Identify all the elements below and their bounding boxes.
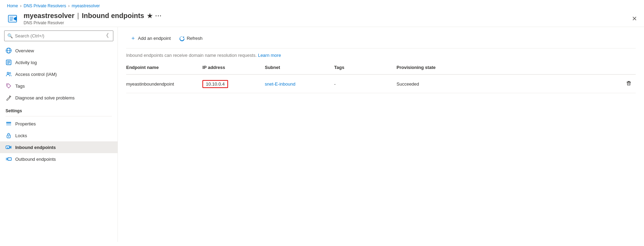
toolbar: ＋ Add an endpoint Refresh bbox=[126, 33, 636, 49]
wrench-icon bbox=[6, 95, 12, 101]
sidebar-item-activity-log-label: Activity log bbox=[15, 60, 37, 65]
search-icon: 🔍 bbox=[7, 33, 13, 38]
page-header-titles: myeastresolver | Inbound endpoints ★ ···… bbox=[24, 12, 637, 25]
info-text-content: Inbound endpoints can receive domain nam… bbox=[126, 53, 257, 58]
ip-address-value: 10.10.0.4 bbox=[202, 80, 228, 88]
sidebar-item-diagnose-label: Diagnose and solve problems bbox=[15, 95, 75, 100]
info-text: Inbound endpoints can receive domain nam… bbox=[126, 53, 636, 58]
collapse-sidebar-button[interactable]: 《 bbox=[102, 32, 110, 39]
main-layout: 🔍 《 Overview Activity log bbox=[0, 27, 644, 242]
sidebar-item-inbound-endpoints[interactable]: Inbound endpoints bbox=[0, 141, 118, 153]
svg-point-13 bbox=[7, 85, 8, 85]
sidebar-item-locks-label: Locks bbox=[15, 133, 27, 138]
cell-provisioning-state: Succeeded bbox=[397, 78, 636, 90]
delete-icon bbox=[626, 80, 632, 86]
sidebar: 🔍 《 Overview Activity log bbox=[0, 27, 118, 242]
sidebar-item-access-control[interactable]: Access control (IAM) bbox=[0, 68, 118, 80]
resolver-icon bbox=[7, 12, 19, 25]
sidebar-item-overview[interactable]: Overview bbox=[0, 45, 118, 56]
refresh-label: Refresh bbox=[187, 36, 203, 41]
tag-icon bbox=[6, 83, 12, 89]
activity-log-icon bbox=[6, 59, 12, 65]
page-header: myeastresolver | Inbound endpoints ★ ···… bbox=[0, 10, 644, 27]
sidebar-item-outbound-endpoints-label: Outbound endpoints bbox=[15, 157, 56, 162]
globe-icon bbox=[6, 47, 12, 54]
sidebar-item-access-control-label: Access control (IAM) bbox=[15, 72, 57, 77]
add-endpoint-label: Add an endpoint bbox=[138, 36, 171, 41]
search-box[interactable]: 🔍 《 bbox=[4, 30, 113, 41]
settings-divider bbox=[6, 116, 112, 116]
breadcrumb-dns[interactable]: DNS Private Resolvers bbox=[24, 3, 66, 8]
breadcrumb-resolver[interactable]: myeastresolver bbox=[72, 3, 100, 8]
more-options-button[interactable]: ··· bbox=[155, 13, 162, 19]
sidebar-nav: Overview Activity log Access control (IA… bbox=[0, 45, 118, 165]
sidebar-item-diagnose[interactable]: Diagnose and solve problems bbox=[0, 92, 118, 104]
col-header-provisioning-state: Provisioning state bbox=[397, 63, 636, 71]
close-button[interactable]: ✕ bbox=[632, 15, 637, 23]
provisioning-state-value: Succeeded bbox=[397, 81, 419, 87]
page-subtitle: DNS Private Resolver bbox=[24, 20, 637, 25]
favorite-star[interactable]: ★ bbox=[147, 12, 153, 20]
col-header-tags: Tags bbox=[334, 63, 397, 71]
col-header-subnet: Subnet bbox=[265, 63, 334, 71]
resolver-name: myeastresolver bbox=[24, 12, 75, 20]
svg-rect-16 bbox=[6, 125, 11, 126]
sidebar-item-tags-label: Tags bbox=[15, 84, 25, 89]
properties-icon bbox=[6, 121, 12, 127]
table-row: myeastinboundendpoint 10.10.0.4 snet-E-i… bbox=[126, 75, 636, 93]
sidebar-item-inbound-endpoints-label: Inbound endpoints bbox=[15, 145, 56, 150]
sidebar-item-properties-label: Properties bbox=[15, 121, 36, 126]
sidebar-item-activity-log[interactable]: Activity log bbox=[0, 56, 118, 68]
breadcrumb: Home › DNS Private Resolvers › myeastres… bbox=[0, 0, 644, 10]
refresh-button[interactable]: Refresh bbox=[175, 34, 207, 43]
cell-endpoint-name: myeastinboundendpoint bbox=[126, 80, 202, 88]
refresh-icon bbox=[179, 36, 185, 41]
outbound-endpoints-icon bbox=[6, 156, 12, 162]
col-header-endpoint-name: Endpoint name bbox=[126, 63, 202, 71]
page-section-title: Inbound endpoints bbox=[82, 12, 144, 20]
sidebar-search-container: 🔍 《 bbox=[0, 27, 118, 45]
search-input[interactable] bbox=[15, 33, 100, 38]
sidebar-item-locks[interactable]: Locks bbox=[0, 130, 118, 141]
svg-point-11 bbox=[7, 72, 9, 74]
endpoints-table: Endpoint name IP address Subnet Tags Pro… bbox=[126, 63, 636, 93]
svg-rect-22 bbox=[628, 81, 630, 82]
sidebar-item-outbound-endpoints[interactable]: Outbound endpoints bbox=[0, 153, 118, 165]
table-header: Endpoint name IP address Subnet Tags Pro… bbox=[126, 63, 636, 75]
cell-subnet: snet-E-inbound bbox=[265, 80, 334, 88]
inbound-endpoints-icon bbox=[6, 144, 12, 150]
svg-rect-14 bbox=[6, 122, 11, 123]
subnet-link[interactable]: snet-E-inbound bbox=[265, 81, 295, 87]
delete-endpoint-button[interactable] bbox=[625, 79, 633, 89]
svg-point-18 bbox=[8, 136, 9, 137]
people-icon bbox=[6, 71, 12, 77]
sidebar-item-properties[interactable]: Properties bbox=[0, 118, 118, 130]
lock-icon bbox=[6, 132, 12, 139]
page-title: myeastresolver | Inbound endpoints ★ ··· bbox=[24, 12, 637, 20]
settings-section-label: Settings bbox=[0, 104, 118, 115]
svg-rect-1 bbox=[10, 17, 13, 19]
content-area: ＋ Add an endpoint Refresh Inbound endpoi… bbox=[118, 27, 644, 242]
add-icon: ＋ bbox=[130, 35, 136, 42]
svg-rect-15 bbox=[6, 123, 11, 124]
breadcrumb-home[interactable]: Home bbox=[7, 3, 18, 8]
sidebar-item-tags[interactable]: Tags bbox=[0, 80, 118, 92]
col-header-ip-address: IP address bbox=[202, 63, 265, 71]
cell-ip-address: 10.10.0.4 bbox=[202, 79, 265, 89]
learn-more-link[interactable]: Learn more bbox=[258, 53, 281, 58]
sidebar-item-overview-label: Overview bbox=[15, 48, 34, 53]
svg-point-12 bbox=[9, 72, 11, 74]
add-endpoint-button[interactable]: ＋ Add an endpoint bbox=[126, 33, 175, 44]
cell-tags: - bbox=[334, 80, 397, 88]
